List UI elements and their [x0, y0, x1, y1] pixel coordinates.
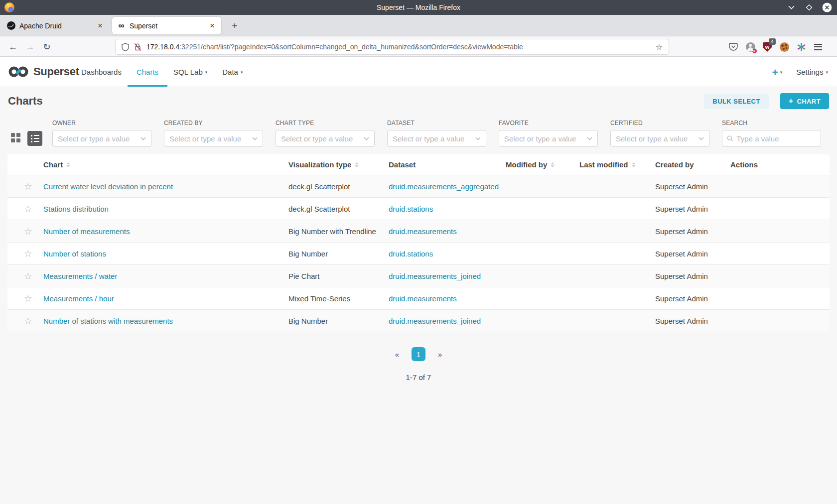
- sort-icon[interactable]: [551, 162, 555, 167]
- chart-link[interactable]: Measurements / water: [43, 272, 117, 280]
- favorite-star-icon[interactable]: ☆: [24, 182, 32, 191]
- sort-icon[interactable]: [632, 162, 636, 167]
- header-chart[interactable]: Chart: [43, 160, 288, 169]
- card-view-toggle[interactable]: [11, 133, 20, 142]
- pocket-icon[interactable]: [728, 42, 738, 52]
- url-path: :32251/chart/list/?pageIndex=0&sortColum…: [179, 43, 523, 51]
- new-item-menu[interactable]: + ▾: [772, 67, 782, 77]
- table-view-toggle[interactable]: [27, 131, 42, 146]
- favorite-star-icon[interactable]: ☆: [24, 227, 32, 236]
- pagination-next[interactable]: »: [438, 350, 442, 359]
- superset-logo[interactable]: Superset: [8, 57, 79, 87]
- back-button[interactable]: ←: [6, 37, 20, 57]
- chevron-down-icon: ▾: [241, 70, 243, 75]
- nav-item-sql-lab[interactable]: SQL Lab▾: [173, 57, 207, 87]
- plus-icon: +: [772, 67, 778, 77]
- chart-link[interactable]: Stations distribution: [43, 205, 109, 213]
- url-text[interactable]: 172.18.0.4:32251/chart/list/?pageIndex=0…: [146, 43, 523, 51]
- nav-item-charts[interactable]: Charts: [137, 57, 158, 87]
- maximize-button[interactable]: [804, 2, 814, 12]
- row-count-summary: 1-7 of 7: [0, 373, 837, 381]
- header-dataset: Dataset: [389, 160, 506, 169]
- window-titlebar: Superset — Mozilla Firefox: [0, 0, 837, 15]
- certified-filter-select[interactable]: Select or type a value: [610, 130, 709, 147]
- add-chart-button[interactable]: + CHART: [780, 93, 829, 109]
- table-row: ☆ Stations distribution deck.gl Scatterp…: [7, 198, 830, 220]
- sort-icon[interactable]: [66, 162, 70, 167]
- bulk-select-button[interactable]: BULK SELECT: [704, 94, 768, 109]
- viz-type-cell: Pie Chart: [288, 272, 389, 280]
- menu-hamburger-icon[interactable]: [813, 42, 823, 52]
- favorite-star-icon[interactable]: ☆: [24, 271, 32, 281]
- created-by-cell: Superset Admin: [655, 182, 730, 191]
- dataset-link[interactable]: druid.measurements_joined: [389, 317, 481, 325]
- created-by-cell: Superset Admin: [655, 294, 730, 303]
- dataset-link[interactable]: druid.measurements: [389, 227, 457, 236]
- header-modified-by[interactable]: Modified by: [506, 160, 579, 169]
- tab-apache-druid[interactable]: Apache Druid ×: [2, 17, 109, 34]
- favorite-star-icon[interactable]: ☆: [24, 316, 32, 326]
- favorite-star-icon[interactable]: ☆: [24, 249, 32, 258]
- dataset-link[interactable]: druid.measurements_aggregated: [389, 182, 499, 191]
- new-tab-button[interactable]: +: [228, 19, 241, 32]
- extension-shield-icon[interactable]: w4: [762, 42, 772, 52]
- nav-item-data[interactable]: Data▾: [222, 57, 243, 87]
- tracking-shield-icon[interactable]: [122, 43, 129, 51]
- minimize-button[interactable]: [786, 2, 796, 12]
- dataset-link[interactable]: druid.stations: [389, 205, 433, 213]
- dataset-link[interactable]: druid.measurements_joined: [389, 272, 481, 280]
- dataset-link[interactable]: druid.measurements: [389, 294, 457, 303]
- firefox-window: Superset — Mozilla Firefox Apache Druid …: [0, 0, 837, 504]
- bookmark-star-icon[interactable]: ☆: [656, 42, 663, 52]
- reload-button[interactable]: ↻: [40, 37, 54, 57]
- chevron-down-icon: [587, 137, 592, 140]
- viz-type-cell: deck.gl Scatterplot: [288, 205, 389, 213]
- chart-link[interactable]: Number of stations with measurements: [43, 317, 173, 325]
- chart-link[interactable]: Current water level deviation in percent: [43, 182, 173, 191]
- tab-close-icon[interactable]: ×: [208, 21, 216, 30]
- nav-item-dashboards[interactable]: Dashboards: [81, 57, 122, 87]
- close-button[interactable]: [822, 2, 832, 12]
- table-header-row: Chart Visualization type Dataset Modifie…: [7, 154, 830, 175]
- tab-label: Apache Druid: [19, 22, 62, 30]
- page-title: Charts: [8, 95, 43, 108]
- chevron-down-icon: ▾: [205, 70, 208, 75]
- created-by-filter-select[interactable]: Select or type a value: [164, 130, 263, 147]
- asterisk-extension-icon[interactable]: [796, 42, 806, 52]
- filter-label-dataset: DATASET: [387, 120, 486, 126]
- chevron-down-icon: [475, 137, 481, 140]
- filter-label-search: SEARCH: [722, 120, 821, 126]
- header-last-modified[interactable]: Last modified: [579, 160, 655, 169]
- chart-link[interactable]: Number of stations: [43, 250, 106, 258]
- favorite-star-icon[interactable]: ☆: [24, 294, 32, 303]
- tab-close-icon[interactable]: ×: [96, 21, 104, 30]
- tab-superset[interactable]: ∞ Superset ×: [112, 17, 221, 34]
- sort-icon[interactable]: [355, 162, 359, 167]
- settings-menu[interactable]: Settings ▾: [796, 68, 828, 76]
- search-input[interactable]: [736, 134, 816, 143]
- favorite-filter-select[interactable]: Select or type a value: [499, 130, 598, 147]
- favorite-star-icon[interactable]: ☆: [24, 204, 32, 214]
- forward-button[interactable]: →: [23, 37, 37, 57]
- dataset-link[interactable]: druid.stations: [389, 250, 433, 258]
- viz-type-cell: Big Number: [288, 250, 389, 258]
- chart-link[interactable]: Measurements / hour: [43, 294, 114, 303]
- pagination: « 1 »: [0, 347, 837, 361]
- pagination-page-1[interactable]: 1: [412, 347, 425, 361]
- superset-favicon: ∞: [117, 21, 126, 30]
- chart-type-filter-select[interactable]: Select or type a value: [276, 130, 375, 147]
- pagination-prev[interactable]: «: [395, 350, 399, 359]
- viz-type-cell: Big Number: [288, 317, 389, 325]
- druid-favicon: [7, 21, 15, 30]
- owner-filter-select[interactable]: Select or type a value: [52, 130, 151, 147]
- chart-link[interactable]: Number of measurements: [43, 227, 130, 236]
- cookie-extension-icon[interactable]: [779, 42, 789, 52]
- header-visualization-type[interactable]: Visualization type: [288, 160, 389, 169]
- dataset-filter-select[interactable]: Select or type a value: [387, 130, 486, 147]
- table-row: ☆ Number of stations with measurements B…: [7, 310, 830, 332]
- account-icon[interactable]: ×: [745, 42, 755, 52]
- url-bar[interactable]: 172.18.0.4:32251/chart/list/?pageIndex=0…: [115, 39, 669, 55]
- superset-infinity-icon: [8, 65, 29, 79]
- table-row: ☆ Number of measurements Big Number with…: [7, 220, 830, 243]
- insecure-lock-icon[interactable]: [134, 43, 141, 51]
